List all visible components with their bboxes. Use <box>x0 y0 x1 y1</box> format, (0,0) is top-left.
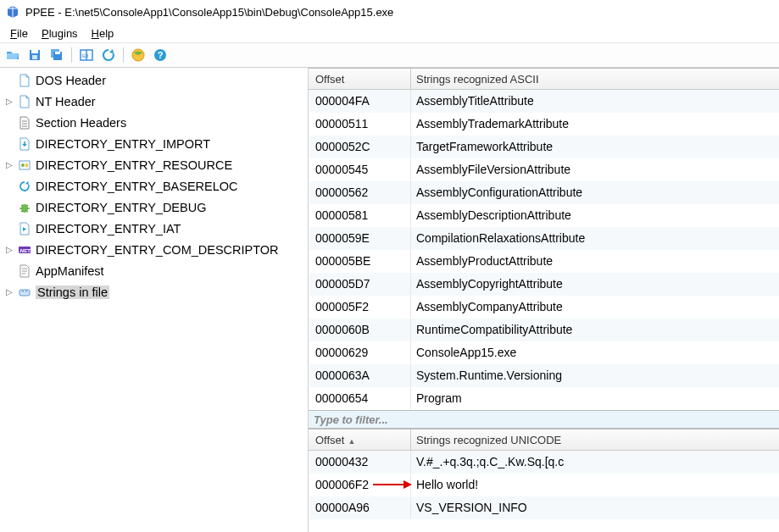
save-icon[interactable] <box>25 46 44 64</box>
cell-string: AssemblyProductAttribute <box>411 254 779 268</box>
sort-ascending-icon: ▲ <box>348 437 355 446</box>
table-row[interactable]: 0000059ECompilationRelaxationsAttribute <box>309 227 779 250</box>
tree-item-directory-entry-resource[interactable]: ▷DIRECTORY_ENTRY_RESOURCE <box>0 154 308 175</box>
table-row[interactable]: 000005D7AssemblyCopyrightAttribute <box>309 273 779 296</box>
table-row[interactable]: 000005F2AssemblyCompanyAttribute <box>309 296 779 319</box>
reloc-icon <box>17 179 32 194</box>
tree-item-dos-header[interactable]: ▷DOS Header <box>0 69 308 91</box>
ascii-table-header[interactable]: Offset Strings recognized ASCII <box>309 69 779 90</box>
menu-help[interactable]: Help <box>85 25 121 42</box>
cell-offset: 000005D7 <box>309 277 410 291</box>
cell-offset: 00000581 <box>309 208 410 222</box>
tree-item-directory-entry-com-descriptor[interactable]: ▷.NETDIRECTORY_ENTRY_COM_DESCRIPTOR <box>0 239 308 260</box>
cell-string: AssemblyCopyrightAttribute <box>411 277 779 291</box>
content-area: ▷DOS Header▷NT Header▷Section Headers▷DI… <box>0 68 779 532</box>
toolbar: E8 ? <box>0 42 779 68</box>
cell-string: AssemblyConfigurationAttribute <box>411 186 779 199</box>
cell-string: AssemblyCompanyAttribute <box>411 300 779 313</box>
svg-text:E8: E8 <box>82 53 89 58</box>
table-row[interactable]: 000006F2Hello world! <box>309 474 779 496</box>
strings-icon: " " <box>17 285 32 300</box>
cell-string: AssemblyFileVersionAttribute <box>411 163 779 176</box>
resource-icon <box>17 158 32 173</box>
ascii-header-string[interactable]: Strings recognized ASCII <box>411 73 779 86</box>
table-row[interactable]: 00000511AssemblyTrademarkAttribute <box>309 113 779 136</box>
filter-input[interactable]: Type to filter... <box>309 410 779 429</box>
tree-item-label: DIRECTORY_ENTRY_DEBUG <box>36 201 206 214</box>
cell-string: Program <box>411 391 779 405</box>
file-icon <box>17 73 32 88</box>
cell-string: System.Runtime.Versioning <box>411 369 779 382</box>
unicode-header-offset[interactable]: Offset▲ <box>309 434 410 446</box>
cell-offset: 00000545 <box>309 163 410 176</box>
file-icon <box>17 94 32 109</box>
table-row[interactable]: 00000A96VS_VERSION_INFO <box>309 496 779 519</box>
tree-item-label: DIRECTORY_ENTRY_RESOURCE <box>36 158 232 172</box>
expand-icon[interactable]: ▷ <box>3 159 15 171</box>
app-icon <box>5 4 20 19</box>
table-row[interactable]: 000004FAAssemblyTitleAttribute <box>309 90 779 113</box>
cell-offset: 0000052C <box>309 140 410 153</box>
cell-offset: 0000059E <box>309 231 410 245</box>
ascii-strings-table[interactable]: Offset Strings recognized ASCII 000004FA… <box>309 68 779 410</box>
tree-item-strings-in-file[interactable]: ▷" "Strings in file <box>0 281 308 302</box>
unicode-strings-table[interactable]: Offset▲ Strings recognized UNICODE 00000… <box>309 429 779 519</box>
tree-item-appmanifest[interactable]: ▷AppManifest <box>0 260 308 281</box>
cell-string: AssemblyDescriptionAttribute <box>411 208 779 222</box>
tree-pane[interactable]: ▷DOS Header▷NT Header▷Section Headers▷DI… <box>0 68 309 532</box>
expand-icon[interactable]: ▷ <box>3 96 15 108</box>
svg-rect-18 <box>25 163 28 167</box>
cell-string: AssemblyTitleAttribute <box>411 94 779 108</box>
table-row[interactable]: 00000562AssemblyConfigurationAttribute <box>309 181 779 204</box>
table-row[interactable]: 000005BEAssemblyProductAttribute <box>309 250 779 273</box>
svg-text:.NET: .NET <box>19 248 31 253</box>
cell-string: RuntimeCompatibilityAttribute <box>411 323 779 336</box>
tree-item-section-headers[interactable]: ▷Section Headers <box>0 112 308 133</box>
table-row[interactable]: 0000052CTargetFrameworkAttribute <box>309 136 779 158</box>
cell-string: AssemblyTrademarkAttribute <box>411 117 779 130</box>
tree-item-label: DIRECTORY_ENTRY_IAT <box>36 222 181 236</box>
save-all-icon[interactable] <box>47 46 66 64</box>
tree-item-directory-entry-iat[interactable]: ▷DIRECTORY_ENTRY_IAT <box>0 218 308 239</box>
expand-icon[interactable]: ▷ <box>3 244 15 256</box>
panel-icon[interactable]: E8 <box>77 46 96 64</box>
tree-item-directory-entry-debug[interactable]: ▷DIRECTORY_ENTRY_DEBUG <box>0 197 308 218</box>
table-row[interactable]: 0000063ASystem.Runtime.Versioning <box>309 364 779 387</box>
svg-rect-1 <box>31 50 38 53</box>
cell-offset: 00000A96 <box>309 501 410 514</box>
tree-item-nt-header[interactable]: ▷NT Header <box>0 91 308 112</box>
table-row[interactable]: 00000581AssemblyDescriptionAttribute <box>309 204 779 227</box>
tree-item-directory-entry-import[interactable]: ▷DIRECTORY_ENTRY_IMPORT <box>0 133 308 154</box>
table-row[interactable]: 00000545AssemblyFileVersionAttribute <box>309 158 779 181</box>
manifest-icon <box>17 263 32 279</box>
filter-placeholder: Type to filter... <box>314 413 388 426</box>
unicode-header-string[interactable]: Strings recognized UNICODE <box>411 434 779 446</box>
debug-icon <box>17 200 32 215</box>
unicode-table-header[interactable]: Offset▲ Strings recognized UNICODE <box>309 429 779 451</box>
table-row[interactable]: 00000432V.#_.+q.3q.;q.C_.Kw.Sq.[q.c <box>309 451 779 474</box>
menu-plugins[interactable]: Plugins <box>35 25 85 42</box>
cell-string: V.#_.+q.3q.;q.C_.Kw.Sq.[q.c <box>411 455 779 468</box>
table-row[interactable]: 00000629ConsoleApp15.exe <box>309 341 779 364</box>
cell-offset: 000005BE <box>309 254 410 268</box>
table-row[interactable]: 00000654Program <box>309 387 779 410</box>
world-icon[interactable] <box>129 46 147 64</box>
cell-offset: 0000060B <box>309 323 410 336</box>
tree-item-directory-entry-basereloc[interactable]: ▷DIRECTORY_ENTRY_BASERELOC <box>0 175 308 197</box>
help-icon[interactable]: ? <box>151 46 170 64</box>
menu-help-label: elp <box>99 27 114 40</box>
tree-item-label: Section Headers <box>36 116 126 130</box>
cell-offset: 000006F2 <box>309 478 410 491</box>
menu-file[interactable]: File <box>3 25 35 42</box>
refresh-icon[interactable] <box>99 46 118 64</box>
table-row[interactable]: 0000060BRuntimeCompatibilityAttribute <box>309 319 779 341</box>
expand-icon[interactable]: ▷ <box>3 286 15 298</box>
svg-text:?: ? <box>158 50 164 60</box>
folder-open-icon[interactable] <box>3 46 22 64</box>
tree-item-label: AppManifest <box>36 264 104 278</box>
net-icon: .NET <box>17 242 32 258</box>
menu-file-label: ile <box>17 27 28 40</box>
ascii-header-offset[interactable]: Offset <box>309 73 410 86</box>
tree-item-label: DOS Header <box>36 74 106 87</box>
cell-string: TargetFrameworkAttribute <box>411 140 779 153</box>
